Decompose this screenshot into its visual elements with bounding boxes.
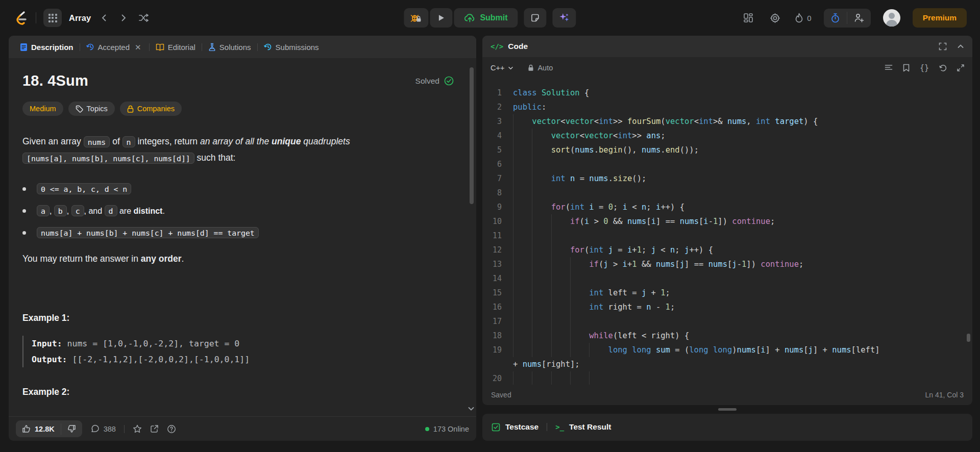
- tab-test-result[interactable]: >_ Test Result: [555, 422, 611, 432]
- clock-history-icon: [264, 43, 272, 51]
- companies-badge[interactable]: Companies: [120, 102, 182, 116]
- indent-guide: [513, 186, 532, 200]
- code-token: nums: [656, 257, 675, 271]
- debug-button[interactable]: [404, 8, 428, 28]
- text-segment: distinct: [134, 207, 163, 215]
- streak-counter[interactable]: 0: [795, 13, 811, 23]
- run-button[interactable]: [430, 8, 452, 28]
- code-line: 2public:: [482, 100, 972, 114]
- line-number: 20: [482, 371, 513, 385]
- code-editor[interactable]: 1class Solution {2public:3vector<vector<…: [482, 79, 972, 385]
- bookmark-button[interactable]: [903, 64, 910, 72]
- topics-badge[interactable]: Topics: [68, 102, 115, 116]
- prev-problem-button[interactable]: [98, 12, 110, 24]
- code-token: end: [666, 143, 680, 157]
- problem-footer: 12.8K 388: [9, 416, 476, 441]
- indent-guide: [551, 257, 570, 271]
- leetcode-logo[interactable]: [13, 9, 29, 27]
- editor-scrollbar[interactable]: [967, 334, 970, 342]
- text-segment: , and: [84, 207, 105, 215]
- constraint-item: 0 <= a, b, c, d < n: [22, 185, 454, 194]
- indent-guide: [532, 314, 551, 329]
- scroll-down-icon[interactable]: [468, 405, 475, 412]
- problem-content: 18. 4Sum Solved Medium: [9, 58, 476, 416]
- favorite-button[interactable]: [133, 424, 142, 433]
- code-token: ;: [613, 200, 623, 214]
- dislike-button[interactable]: [61, 420, 82, 437]
- line-number: 10: [482, 214, 513, 229]
- difficulty-badge[interactable]: Medium: [22, 102, 63, 116]
- code-token: =: [613, 243, 627, 257]
- premium-button[interactable]: Premium: [913, 8, 967, 28]
- code-token: int: [699, 114, 713, 129]
- resize-handle[interactable]: [718, 408, 737, 411]
- code-line: 9for(int i = 0; i < n; i++) {: [482, 200, 972, 214]
- avatar[interactable]: [883, 9, 900, 27]
- share-button[interactable]: [150, 424, 159, 433]
- tab-solutions[interactable]: Solutions: [203, 36, 256, 58]
- code-token: fourSum: [627, 114, 660, 129]
- indent-guide: [551, 229, 570, 243]
- line-number: 11: [482, 229, 513, 243]
- history-icon: [86, 43, 94, 51]
- close-tab-icon[interactable]: ✕: [133, 42, 143, 52]
- code-token: [: [699, 214, 703, 229]
- like-button[interactable]: 12.8K: [16, 420, 61, 437]
- line-number: 2: [482, 100, 513, 114]
- reset-code-button[interactable]: [939, 64, 947, 72]
- random-problem-button[interactable]: [137, 12, 151, 24]
- solved-status: Solved: [415, 76, 454, 86]
- indent-guide: [589, 343, 608, 357]
- comments-button[interactable]: 388: [90, 424, 116, 433]
- indent-guide: [551, 286, 570, 300]
- description-scrollbar[interactable]: [470, 67, 474, 204]
- code-token: [: [675, 257, 679, 271]
- notes-button[interactable]: [524, 8, 547, 28]
- thumbs-down-icon: [67, 424, 76, 433]
- text-segment: Given an array: [22, 136, 84, 146]
- code-token: i: [703, 214, 708, 229]
- submit-button[interactable]: Submit: [454, 8, 518, 28]
- tab-accepted[interactable]: Accepted ✕: [81, 36, 148, 58]
- collapse-panel-button[interactable]: [957, 43, 964, 50]
- language-select[interactable]: C++: [491, 64, 513, 72]
- code-token: long: [689, 343, 708, 357]
- indent-guide: [532, 286, 551, 300]
- maximize-editor-button[interactable]: [957, 64, 964, 71]
- invite-button[interactable]: [847, 9, 871, 27]
- tab-description[interactable]: Description: [15, 36, 79, 58]
- code-token: +: [632, 243, 636, 257]
- tab-editorial[interactable]: Editorial: [151, 36, 201, 58]
- indent-guide: [532, 343, 551, 357]
- code-token: begin: [599, 143, 623, 157]
- code-token: n: [646, 300, 651, 314]
- indent-guide: [513, 229, 532, 243]
- next-problem-button[interactable]: [117, 12, 130, 24]
- tab-submissions[interactable]: Submissions: [259, 36, 324, 58]
- layout-button[interactable]: [741, 11, 755, 25]
- ai-assistant-button[interactable]: [553, 8, 576, 28]
- problem-list-button[interactable]: [43, 9, 62, 27]
- text-segment: any order: [141, 254, 182, 264]
- code-token: (left < right) {: [613, 329, 689, 343]
- indent-guide: [532, 157, 551, 171]
- feedback-button[interactable]: [167, 424, 176, 434]
- code-token: &&: [608, 214, 627, 229]
- fullscreen-button[interactable]: [939, 42, 947, 51]
- code-token: (: [566, 200, 570, 214]
- code-token: (: [599, 257, 603, 271]
- indent-guide: [532, 214, 551, 229]
- code-line: 7int n = nums.size();: [482, 171, 972, 186]
- external-link-icon: [150, 424, 159, 433]
- format-code-button[interactable]: [885, 64, 893, 71]
- code-token: ;: [675, 243, 684, 257]
- timer-button[interactable]: [824, 9, 847, 28]
- settings-button[interactable]: [768, 11, 782, 26]
- code-token: vector: [666, 114, 694, 129]
- check-square-icon: [492, 423, 500, 432]
- code-panel-title: Code: [508, 42, 528, 51]
- tab-testcase[interactable]: Testcase: [492, 422, 538, 432]
- problem-group-label[interactable]: Array: [69, 13, 91, 23]
- snippets-button[interactable]: {}: [920, 63, 929, 72]
- tag-icon: [76, 105, 83, 113]
